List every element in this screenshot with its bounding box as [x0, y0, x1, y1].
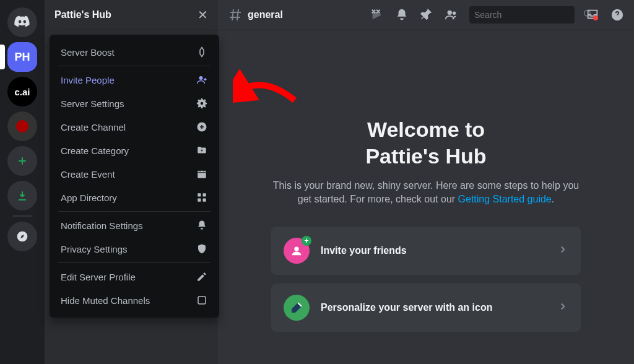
server-dropdown: Server Boost Invite People Server Settin… — [50, 35, 219, 318]
menu-notification-settings[interactable]: Notification Settings — [54, 214, 214, 236]
explore-servers-button[interactable] — [7, 222, 37, 251]
welcome-section: Welcome to Pattie's Hub This is your bra… — [218, 30, 634, 364]
server-separator — [12, 215, 32, 217]
pinned-messages-button[interactable] — [420, 8, 433, 22]
gear-icon — [196, 97, 208, 110]
channel-header: general — [218, 0, 634, 30]
help-icon — [610, 8, 624, 22]
card-label: Invite your friends — [321, 245, 546, 256]
menu-server-boost[interactable]: Server Boost — [54, 41, 214, 63]
menu-label: Notification Settings — [61, 220, 143, 231]
menu-privacy-settings[interactable]: Privacy Settings — [54, 238, 214, 260]
welcome-subtitle: This is your brand new, shiny server. He… — [265, 179, 587, 207]
onboarding-cards: + Invite your friends Personalize your s… — [271, 227, 581, 332]
server-pill-cai[interactable]: c.ai — [7, 77, 37, 106]
menu-label: Edit Server Profile — [61, 272, 136, 282]
pin-icon — [420, 8, 433, 22]
svg-rect-7 — [198, 297, 206, 304]
menu-server-settings[interactable]: Server Settings — [54, 92, 214, 115]
close-icon: ✕ — [198, 7, 208, 22]
server-pill-patties-hub[interactable]: PH — [7, 42, 37, 72]
invite-friends-icon: + — [284, 238, 310, 264]
bell-icon — [196, 219, 208, 232]
inbox-button[interactable] — [586, 8, 599, 22]
dropdown-separator — [58, 262, 211, 263]
getting-started-link[interactable]: Getting Started guide — [458, 194, 552, 204]
calendar-plus-icon — [196, 168, 208, 180]
menu-app-directory[interactable]: App Directory — [54, 186, 214, 209]
folder-plus-icon — [196, 144, 208, 157]
server-name: Pattie's Hub — [54, 9, 111, 20]
personalize-icon — [284, 295, 310, 321]
server-cai-label: c.ai — [14, 87, 30, 97]
dropdown-separator — [58, 66, 211, 66]
invite-people-icon — [196, 74, 208, 86]
welcome-heading: Welcome to Pattie's Hub — [365, 116, 486, 169]
menu-label: Hide Muted Channels — [61, 295, 150, 306]
channel-panel: Pattie's Hub ✕ Server Boost Invite Peopl… — [45, 0, 218, 364]
plus-circle-icon — [196, 121, 208, 133]
menu-label: Invite People — [61, 75, 115, 85]
svg-rect-6 — [203, 199, 206, 202]
dropdown-separator — [58, 211, 211, 212]
app-directory-icon — [196, 191, 208, 204]
svg-rect-5 — [198, 199, 201, 202]
server-abbreviation: PH — [14, 51, 30, 64]
download-icon — [16, 189, 28, 202]
plus-icon — [16, 155, 28, 167]
threads-icon — [370, 8, 384, 22]
server-sidebar: PH c.ai — [0, 0, 45, 364]
server-pill-image[interactable] — [7, 111, 37, 141]
server-header[interactable]: Pattie's Hub ✕ — [45, 0, 218, 30]
menu-label: Create Event — [61, 169, 115, 180]
download-apps-button[interactable] — [7, 181, 37, 210]
compass-icon — [16, 230, 28, 243]
members-icon — [445, 8, 458, 22]
search-input[interactable] — [474, 10, 583, 20]
menu-create-category[interactable]: Create Category — [54, 139, 214, 162]
checkbox-empty-icon — [196, 294, 208, 306]
search-box[interactable] — [469, 6, 575, 24]
card-invite-friends[interactable]: + Invite your friends — [271, 227, 581, 275]
svg-rect-3 — [198, 193, 201, 196]
menu-hide-muted-channels[interactable]: Hide Muted Channels — [54, 289, 214, 311]
chevron-right-icon — [557, 244, 568, 258]
add-server-button[interactable] — [7, 146, 37, 176]
menu-create-channel[interactable]: Create Channel — [54, 116, 214, 138]
menu-invite-people[interactable]: Invite People — [54, 69, 214, 91]
svg-rect-2 — [198, 171, 206, 178]
menu-label: Server Settings — [61, 98, 124, 109]
menu-edit-server-profile[interactable]: Edit Server Profile — [54, 266, 214, 288]
channel-title: general — [228, 7, 283, 22]
pencil-icon — [196, 271, 208, 283]
main-content: general Welcome to Pattie's Hub This is … — [218, 0, 634, 364]
channel-name: general — [248, 9, 283, 20]
menu-label: Server Boost — [61, 47, 115, 58]
notification-badge — [593, 15, 598, 20]
chevron-right-icon — [557, 301, 568, 314]
svg-point-0 — [199, 76, 203, 80]
discord-home-button[interactable] — [7, 7, 37, 37]
menu-label: Privacy Settings — [61, 244, 128, 254]
menu-label: App Directory — [61, 193, 117, 203]
threads-button[interactable] — [370, 8, 384, 22]
svg-point-12 — [294, 246, 298, 251]
menu-label: Create Channel — [61, 122, 126, 132]
shield-icon — [196, 243, 208, 255]
member-list-button[interactable] — [445, 8, 458, 22]
card-personalize-server[interactable]: Personalize your server with an icon — [271, 284, 581, 332]
bell-icon — [395, 8, 409, 22]
svg-point-8 — [448, 11, 452, 15]
menu-create-event[interactable]: Create Event — [54, 163, 214, 185]
plus-badge-icon: + — [302, 236, 311, 246]
card-label: Personalize your server with an icon — [321, 302, 546, 313]
svg-rect-4 — [203, 193, 206, 196]
help-button[interactable] — [610, 8, 624, 22]
discord-logo-icon — [14, 14, 31, 31]
boost-icon — [196, 46, 208, 58]
notifications-button[interactable] — [395, 8, 409, 22]
menu-label: Create Category — [61, 145, 129, 156]
hash-icon — [228, 7, 243, 22]
svg-point-9 — [453, 12, 456, 15]
